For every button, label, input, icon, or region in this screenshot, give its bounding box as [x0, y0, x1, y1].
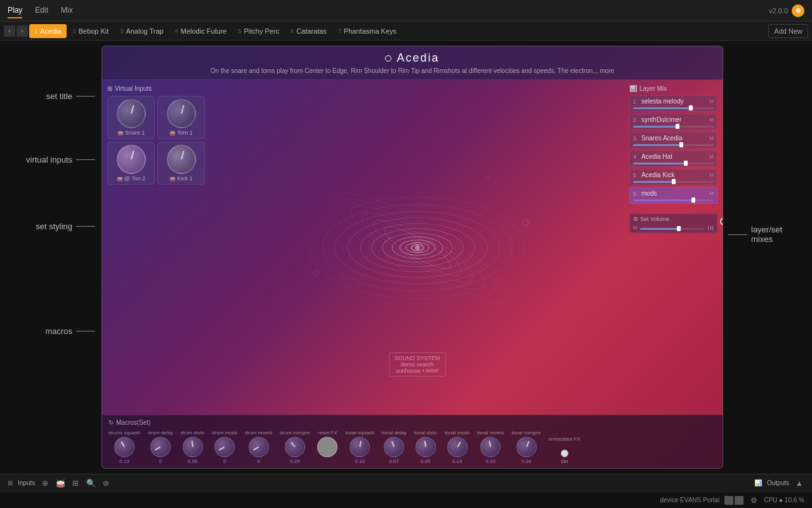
macro-knob-tonal-mods[interactable]	[447, 437, 468, 457]
tom1-label: 🥁 Tom 1	[169, 130, 193, 136]
tom2-label: 🥁 @ Ton 2	[117, 175, 146, 182]
preset-6-name: Cataratas	[296, 27, 327, 35]
macro-knob-drum-compre[interactable]	[285, 437, 305, 457]
add-new-button[interactable]: Add New	[768, 24, 808, 38]
macro-tonal-reverb: tonal reverb 0.10	[477, 430, 504, 464]
nav-tab-mix[interactable]: Mix	[61, 3, 73, 18]
input-icon-3[interactable]: ⊞	[70, 478, 81, 488]
plugin-title-text: Acedia	[396, 51, 439, 65]
device-text: device EVANS Portal	[660, 497, 719, 504]
nav-tab-play[interactable]: Play	[8, 3, 22, 18]
version-circle: ⊕	[792, 4, 804, 17]
svg-point-17	[415, 245, 420, 250]
more-link[interactable]: more	[600, 67, 615, 74]
macro-knob-tonal-disto[interactable]	[416, 437, 436, 457]
kick1-label: 🥁 Kick 1	[169, 175, 193, 182]
preset-tab-1[interactable]: 1 Acedia	[29, 24, 67, 38]
version-badge: v2.0.0 ⊕	[769, 4, 804, 17]
set-volume-knob-indicator[interactable]	[720, 218, 723, 225]
macro-tonal-compre: tonal compre 0.24	[511, 430, 540, 464]
kick1-knob[interactable]	[167, 145, 196, 174]
layer-3-fader[interactable]	[633, 144, 714, 146]
preset-tab-3[interactable]: 3 Analog Trap	[115, 24, 168, 38]
preset-tab-2[interactable]: 2 Bebop Kit	[68, 24, 114, 38]
macro-knob-drum-disto[interactable]	[183, 437, 203, 457]
preset-bar: ‹ › 1 Acedia 2 Bebop Kit 3 Analog Trap 4…	[0, 22, 812, 41]
svg-point-20	[313, 271, 318, 276]
input-cell-tom2: 🥁 @ Ton 2	[107, 142, 155, 185]
inputs-label: Inputs	[18, 479, 35, 486]
settings-icon[interactable]: ⚙	[749, 495, 759, 505]
macro-knob-tonal-reverb[interactable]	[480, 437, 501, 457]
macro-knob-tonal-delay[interactable]	[384, 437, 404, 457]
preset-tab-4[interactable]: 4 Melodic Future	[170, 24, 232, 38]
outputs-label: Outputs	[767, 479, 789, 486]
cpu-info: device EVANS Portal ⚙ CPU ● 10.6 %	[660, 495, 804, 505]
preset-7-name: Phantasma Keys	[344, 27, 396, 35]
grid-btn-2[interactable]	[735, 496, 743, 505]
layer-5-fader[interactable]	[633, 181, 714, 183]
preset-6-num: 6	[291, 28, 294, 34]
annotations-right: layer/setmixes	[723, 41, 812, 474]
macro-tonal-squash: tonal squash 0.10	[345, 430, 374, 464]
outputs-expand-icon[interactable]: ▲	[794, 478, 804, 488]
version-text: v2.0.0	[769, 7, 788, 15]
outputs-chart-icon: 📊	[754, 479, 762, 486]
macro-knob-drum-delay[interactable]	[150, 437, 171, 457]
macro-embedded-fx-toggle[interactable]	[561, 450, 568, 457]
preset-tab-7[interactable]: 7 Phantasma Keys	[333, 24, 402, 38]
input-cell-tom1: 🥁 Tom 1	[157, 96, 205, 139]
preset-nav-prev[interactable]: ‹	[4, 25, 15, 37]
macros-label: ↻ Macros(Set)	[108, 419, 716, 426]
macro-knob-tonal-squash[interactable]	[350, 437, 370, 457]
input-icon-2[interactable]: 🥁	[55, 478, 65, 488]
nav-tab-edit[interactable]: Edit	[35, 3, 48, 18]
preset-1-num: 1	[34, 28, 37, 34]
preset-tab-6[interactable]: 6 Cataratas	[285, 24, 332, 38]
macro-tonal-delay: tonal delay 0.07	[382, 430, 407, 464]
set-volume-fader[interactable]	[640, 228, 705, 230]
macro-knob-drum-reverb[interactable]	[249, 437, 269, 457]
preset-nav-next[interactable]: ›	[16, 25, 28, 37]
virtual-inputs-label: ⊞ Virtual Inputs	[107, 85, 205, 92]
input-icon-1[interactable]: ⊕	[40, 478, 50, 488]
preset-2-name: Bebop Kit	[79, 27, 109, 35]
input-cell-snare1: 🥁 Snare 1	[107, 96, 155, 139]
macro-knob-tonal-compre[interactable]	[516, 437, 537, 457]
virtual-inputs-panel: ⊞ Virtual Inputs 🥁 Snare 1	[102, 80, 210, 415]
bottom-bar: ⊞ Inputs ⊕ 🥁 ⊞ 🔍 ⊛ 📊 Outputs ▲	[0, 474, 812, 491]
layer-2-fader[interactable]	[633, 126, 714, 128]
input-icon-4[interactable]: 🔍	[86, 478, 96, 488]
layer-row-2: 2 synthDulcimer M	[629, 114, 717, 130]
preset-7-num: 7	[338, 28, 341, 34]
macro-reset-fx-button[interactable]	[317, 437, 337, 457]
set-volume-label: ⚙ Set Volume	[633, 216, 714, 222]
macro-drum-delay: drum delay 0	[148, 430, 173, 464]
tom1-knob[interactable]	[167, 99, 196, 128]
grid-btn-1[interactable]	[724, 496, 733, 505]
set-volume-section: ⚙ Set Volume M {1}	[629, 213, 717, 233]
macro-reset-fx: reset FX	[317, 430, 337, 464]
macro-knob-drums-squash[interactable]	[114, 437, 134, 457]
preset-4-num: 4	[175, 28, 178, 34]
layer-4-fader[interactable]	[633, 163, 714, 164]
layer-6-fader[interactable]	[633, 199, 714, 201]
svg-point-21	[485, 176, 489, 180]
snare1-knob[interactable]	[117, 99, 146, 128]
status-bar: device EVANS Portal ⚙ CPU ● 10.6 %	[0, 491, 812, 508]
plugin-body: ⊞ Virtual Inputs 🥁 Snare 1	[102, 80, 723, 415]
macro-knob-drum-mods[interactable]	[214, 437, 235, 457]
layer-row-3: 3 Snares Acedia M	[629, 132, 717, 149]
tom2-knob[interactable]	[117, 145, 146, 174]
layer-mix-panel: 📊 Layer Mix 1 selesta melody M	[624, 80, 723, 415]
preset-5-num: 5	[239, 28, 242, 34]
preset-tab-5[interactable]: 5 Pitchy Perc	[233, 24, 285, 38]
layer-1-fader[interactable]	[633, 107, 714, 109]
plugin-description: On the snare and toms play from Center t…	[211, 67, 615, 74]
input-icon-5[interactable]: ⊛	[101, 478, 111, 488]
layer-row-1: 1 selesta melody M	[629, 95, 717, 112]
macros-panel: ↻ Macros(Set) drums squash 0.13 drum del…	[102, 415, 723, 468]
macro-tonal-mods: tonal mods 0.14	[445, 430, 469, 464]
cpu-text: CPU ● 10.6 %	[764, 497, 804, 504]
top-nav: Play Edit Mix v2.0.0 ⊕	[0, 0, 812, 22]
